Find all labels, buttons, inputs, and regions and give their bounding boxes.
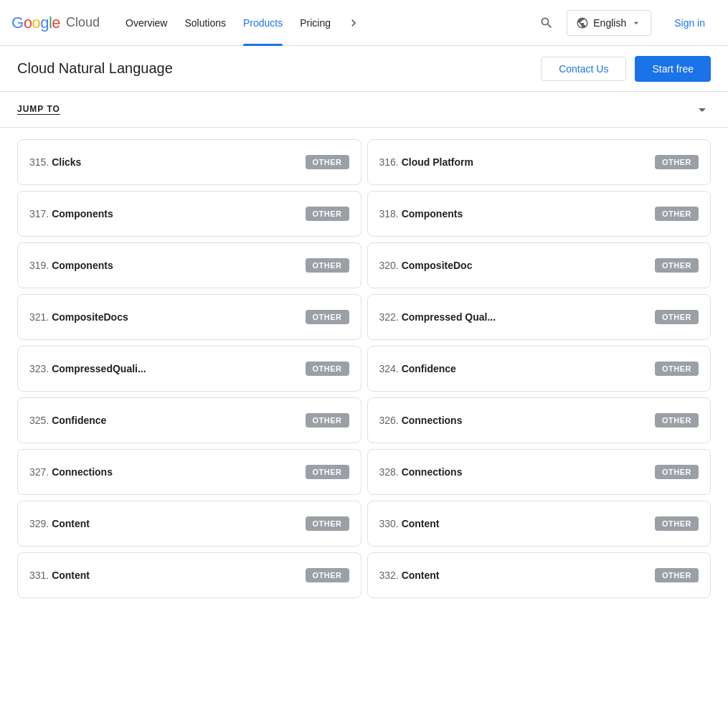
other-badge: OTHER: [655, 516, 699, 531]
item-card[interactable]: 324. ConfidenceOTHER: [367, 346, 712, 392]
start-free-button[interactable]: Start free: [635, 56, 711, 82]
item-card[interactable]: 329. ContentOTHER: [17, 501, 361, 547]
item-label: 320. CompositeDoc: [379, 260, 473, 271]
item-number: 331.: [29, 570, 52, 581]
other-badge: OTHER: [655, 413, 699, 428]
sub-header: Cloud Natural Language Contact Us Start …: [0, 46, 728, 92]
other-badge: OTHER: [306, 568, 349, 582]
language-label: English: [593, 17, 626, 29]
item-card[interactable]: 323. CompressedQuali...OTHER: [17, 346, 361, 392]
item-label: 319. Components: [29, 260, 113, 271]
contact-us-button[interactable]: Contact Us: [541, 57, 626, 81]
item-label: 323. CompressedQuali...: [29, 363, 146, 374]
other-badge: OTHER: [655, 310, 699, 324]
items-grid: 315. ClicksOTHER316. Cloud PlatformOTHER…: [17, 139, 711, 598]
other-badge: OTHER: [306, 258, 349, 273]
other-badge: OTHER: [655, 258, 699, 273]
item-label: 330. Content: [379, 518, 440, 529]
item-name: Connections: [402, 415, 463, 426]
item-name: Cloud Platform: [402, 156, 473, 168]
other-badge: OTHER: [306, 362, 349, 376]
item-number: 317.: [29, 208, 52, 219]
item-number: 332.: [379, 570, 402, 581]
item-name: Components: [402, 208, 463, 219]
nav-link-products[interactable]: Products: [235, 0, 291, 46]
other-badge: OTHER: [306, 516, 349, 531]
item-name: CompositeDoc: [402, 260, 473, 271]
item-label: 318. Components: [379, 208, 463, 219]
search-button[interactable]: [532, 9, 561, 37]
item-number: 321.: [29, 311, 52, 323]
item-label: 324. Confidence: [379, 363, 456, 374]
other-badge: OTHER: [306, 207, 349, 221]
top-navigation: Google Cloud OverviewSolutionsProductsPr…: [0, 0, 728, 46]
item-card[interactable]: 326. ConnectionsOTHER: [367, 397, 712, 443]
item-name: CompositeDocs: [52, 311, 128, 323]
item-number: 327.: [29, 466, 52, 478]
item-card[interactable]: 325. ConfidenceOTHER: [17, 397, 361, 443]
language-selector[interactable]: English: [567, 10, 651, 36]
nav-more-button[interactable]: [345, 14, 362, 32]
item-card[interactable]: 322. Compressed Qual...OTHER: [367, 294, 712, 340]
page-title: Cloud Natural Language: [17, 60, 541, 77]
item-number: 323.: [29, 363, 52, 374]
item-card[interactable]: 332. ContentOTHER: [367, 552, 712, 598]
item-card[interactable]: 328. ConnectionsOTHER: [367, 449, 712, 495]
item-name: Connections: [52, 466, 113, 478]
sign-in-button[interactable]: Sign in: [663, 11, 717, 34]
nav-links: OverviewSolutionsProductsPricing: [117, 0, 339, 46]
item-card[interactable]: 319. ComponentsOTHER: [17, 242, 361, 288]
jump-to-chevron-icon: [694, 100, 711, 118]
item-card[interactable]: 316. Cloud PlatformOTHER: [367, 139, 712, 185]
item-number: 320.: [379, 260, 402, 271]
jump-to-bar[interactable]: JUMP TO: [0, 92, 728, 128]
item-number: 329.: [29, 518, 52, 529]
item-label: 321. CompositeDocs: [29, 311, 128, 323]
other-badge: OTHER: [655, 568, 699, 582]
item-card[interactable]: 315. ClicksOTHER: [17, 139, 361, 185]
other-badge: OTHER: [655, 207, 699, 221]
other-badge: OTHER: [306, 465, 349, 479]
other-badge: OTHER: [306, 310, 349, 324]
item-label: 331. Content: [29, 570, 90, 581]
item-number: 322.: [379, 311, 402, 323]
item-name: Clicks: [52, 156, 81, 168]
item-label: 325. Confidence: [29, 415, 106, 426]
item-name: Components: [52, 208, 113, 219]
item-card[interactable]: 320. CompositeDocOTHER: [367, 242, 712, 288]
item-name: Compressed Qual...: [402, 311, 496, 323]
item-number: 316.: [379, 156, 402, 168]
item-label: 328. Connections: [379, 466, 463, 478]
item-label: 326. Connections: [379, 415, 463, 426]
nav-link-solutions[interactable]: Solutions: [176, 0, 235, 46]
item-card[interactable]: 331. ContentOTHER: [17, 552, 361, 598]
other-badge: OTHER: [306, 155, 349, 169]
item-number: 324.: [379, 363, 402, 374]
item-label: 315. Clicks: [29, 156, 81, 168]
item-number: 330.: [379, 518, 402, 529]
nav-link-overview[interactable]: Overview: [117, 0, 176, 46]
item-card[interactable]: 317. ComponentsOTHER: [17, 191, 361, 237]
item-number: 318.: [379, 208, 402, 219]
item-label: 327. Connections: [29, 466, 113, 478]
item-label: 316. Cloud Platform: [379, 156, 473, 168]
nav-link-pricing[interactable]: Pricing: [291, 0, 339, 46]
other-badge: OTHER: [306, 413, 349, 428]
item-card[interactable]: 330. ContentOTHER: [367, 501, 712, 547]
item-number: 319.: [29, 260, 52, 271]
item-card[interactable]: 321. CompositeDocsOTHER: [17, 294, 361, 340]
item-name: CompressedQuali...: [52, 363, 146, 374]
item-card[interactable]: 318. ComponentsOTHER: [367, 191, 712, 237]
cloud-logo-text: Cloud: [66, 15, 100, 30]
item-name: Content: [402, 570, 440, 581]
item-card[interactable]: 327. ConnectionsOTHER: [17, 449, 361, 495]
item-number: 325.: [29, 415, 52, 426]
item-name: Components: [52, 260, 113, 271]
item-label: 322. Compressed Qual...: [379, 311, 496, 323]
item-name: Content: [52, 570, 90, 581]
item-label: 332. Content: [379, 570, 440, 581]
item-number: 326.: [379, 415, 402, 426]
google-logo: Google: [11, 14, 60, 32]
item-name: Confidence: [402, 363, 456, 374]
logo[interactable]: Google Cloud: [11, 14, 100, 32]
